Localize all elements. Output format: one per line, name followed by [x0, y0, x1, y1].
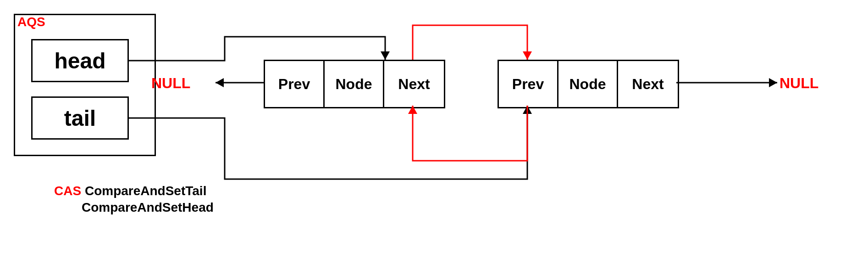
null-right-arrowhead — [769, 78, 777, 87]
tail-label: tail — [64, 106, 96, 131]
node1-node: Node — [325, 61, 384, 107]
cas-line1: CAS CompareAndSetTail — [54, 184, 214, 198]
red-next-to-node2-arrowhead — [523, 51, 532, 60]
node2-next: Next — [618, 61, 678, 107]
tail-to-node2-line — [129, 106, 527, 179]
red-next-to-node2-line — [413, 25, 527, 60]
null-left: NULL — [151, 75, 190, 92]
node1-next: Next — [384, 61, 444, 107]
head-box: head — [31, 39, 129, 82]
node2-node: Node — [558, 61, 618, 107]
tail-box: tail — [31, 96, 129, 140]
null-right: NULL — [780, 75, 818, 92]
null-left-arrowhead — [216, 78, 224, 87]
diagram-container: AQS head tail Prev Node Next Prev Node N… — [0, 0, 868, 259]
head-label: head — [54, 48, 105, 73]
cas-line2: CompareAndSetHead — [82, 200, 214, 215]
node2-prev: Prev — [499, 61, 558, 107]
red-prev-to-node1-line — [413, 106, 527, 161]
cas-section: CAS CompareAndSetTail CompareAndSetHead — [54, 184, 214, 215]
node2: Prev Node Next — [498, 60, 679, 108]
node1-prev: Prev — [265, 61, 325, 107]
aqs-label: AQS — [17, 15, 45, 29]
head-to-node1-line — [129, 37, 385, 61]
head-to-node1-arrowhead — [381, 51, 390, 60]
node1: Prev Node Next — [264, 60, 445, 108]
